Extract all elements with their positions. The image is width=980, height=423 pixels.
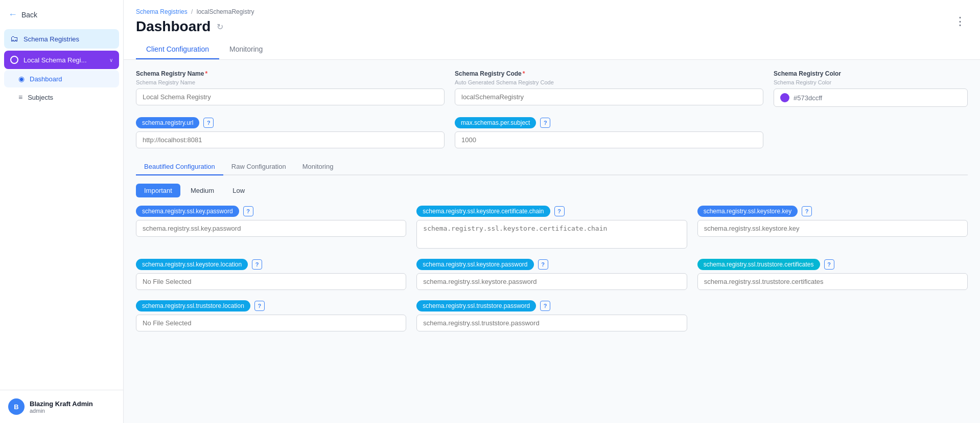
ssl-truststore-certs-header: schema.registry.ssl.truststore.certifica… [697,259,968,270]
schema-registries-label: Schema Registries [24,35,79,43]
sidebar: ← Back 🗂 Schema Registries Local Schema … [0,0,124,423]
kebab-menu-icon[interactable]: ⋮ [952,13,968,30]
max-schemas-input[interactable] [455,131,763,148]
ssl-truststore-location-input[interactable] [136,315,406,331]
priority-tabs: Important Medium Low [136,184,968,197]
registry-code-group: Schema Registry Code* Auto Generated Sch… [455,70,763,107]
page-title-row: Dashboard ↻ [136,18,254,35]
user-info: Blazing Kraft Admin admin [30,400,93,414]
breadcrumb-current: localSchemaRegistry [197,8,254,15]
back-label: Back [21,11,37,19]
header-left: Schema Registries / localSchemaRegistry … [136,8,254,35]
breadcrumb-schema-registries[interactable]: Schema Registries [136,8,188,15]
registry-name-group: Schema Registry Name* Schema Registry Na… [136,70,445,107]
ssl-keystore-location-tag: schema.registry.ssl.keystore.location [136,259,248,270]
schema-url-group: schema.registry.url ? [136,117,445,148]
max-schemas-help-icon[interactable]: ? [540,118,550,128]
ssl-truststore-password-header: schema.registry.ssl.truststore.password … [416,300,687,311]
registry-name-input[interactable] [136,88,445,105]
main-content: Schema Registries / localSchemaRegistry … [124,0,980,423]
ssl-truststore-certs-help[interactable]: ? [824,259,834,270]
header-row: Schema Registries / localSchemaRegistry … [136,8,968,35]
registry-color-sublabel: Schema Registry Color [774,79,968,85]
refresh-icon[interactable]: ↻ [217,22,223,32]
registry-name-label: Local Schema Regi... [24,56,104,64]
sidebar-item-schema-registries[interactable]: 🗂 Schema Registries [4,29,119,49]
schema-url-input[interactable] [136,131,445,148]
schema-url-tag-header: schema.registry.url ? [136,117,445,128]
ssl-keystore-key-help[interactable]: ? [802,206,812,216]
sidebar-item-dashboard[interactable]: ◉ Dashboard [4,70,119,87]
subjects-icon: ≡ [18,93,22,101]
ssl-truststore-password-tag: schema.registry.ssl.truststore.password [416,300,536,311]
registry-color-dot [10,56,18,64]
sub-tab-beautified[interactable]: Beautified Configuration [136,159,223,175]
tab-client-configuration[interactable]: Client Configuration [136,40,219,59]
priority-tab-medium[interactable]: Medium [182,184,222,197]
ssl-keystore-key-input[interactable] [697,220,968,237]
registry-code-sublabel: Auto Generated Schema Registry Code [455,79,763,85]
ssl-truststore-location-help[interactable]: ? [254,301,265,311]
ssl-keystore-key-tag: schema.registry.ssl.keystore.key [697,206,798,217]
back-button[interactable]: ← Back [0,0,123,29]
ssl-truststore-certs-tag: schema.registry.ssl.truststore.certifica… [697,259,820,270]
ssl-keystore-password-header: schema.registry.ssl.keystore.password ? [416,259,687,270]
max-schemas-tag-header: max.schemas.per.subject ? [455,117,763,128]
ssl-keystore-location-help[interactable]: ? [252,259,262,270]
registry-code-input[interactable] [455,88,763,105]
max-schemas-tag: max.schemas.per.subject [455,117,536,128]
sub-tab-monitoring[interactable]: Monitoring [294,159,342,175]
dashboard-label: Dashboard [30,75,62,83]
sub-tab-raw[interactable]: Raw Configuration [223,159,294,175]
ssl-keystore-key-header: schema.registry.ssl.keystore.key ? [697,206,968,217]
registry-name-sublabel: Schema Registry Name [136,79,445,85]
ssl-keystore-password-tag: schema.registry.ssl.keystore.password [416,259,533,270]
color-dot [780,93,789,102]
ssl-key-password-input[interactable] [136,220,406,237]
ssl-truststore-certs-input[interactable] [697,273,968,290]
schema-url-tag: schema.registry.url [136,117,199,128]
ssl-keystore-cert-chain-tag: schema.registry.ssl.keystore.certificate… [416,206,550,217]
form-row-top: Schema Registry Name* Schema Registry Na… [136,70,968,107]
dashboard-icon: ◉ [18,75,25,83]
ssl-keystore-cert-chain-help[interactable]: ? [554,206,565,216]
avatar: B [8,398,25,415]
registry-name-label: Schema Registry Name* [136,70,445,77]
priority-tab-low[interactable]: Low [224,184,253,197]
config-field-ssl-keystore-location: schema.registry.ssl.keystore.location ? [136,259,406,290]
ssl-keystore-password-help[interactable]: ? [538,259,548,270]
folder-icon: 🗂 [10,34,18,43]
ssl-keystore-location-input[interactable] [136,273,406,290]
user-role: admin [30,408,93,414]
user-name: Blazing Kraft Admin [30,400,93,408]
config-field-ssl-truststore-password: schema.registry.ssl.truststore.password … [416,300,687,331]
priority-tab-important[interactable]: Important [136,184,180,197]
ssl-key-password-header: schema.registry.ssl.key.password ? [136,206,406,217]
chevron-down-icon: ∨ [109,57,113,63]
sidebar-local-registry[interactable]: Local Schema Regi... ∨ [4,51,119,69]
color-value: #573dccff [794,94,822,102]
config-field-ssl-keystore-cert-chain: schema.registry.ssl.keystore.certificate… [416,206,687,249]
ssl-keystore-location-header: schema.registry.ssl.keystore.location ? [136,259,406,270]
main-tabs: Client Configuration Monitoring [136,40,968,59]
config-field-ssl-key-password: schema.registry.ssl.key.password ? [136,206,406,249]
content-area: Schema Registry Name* Schema Registry Na… [124,60,980,423]
main-header: Schema Registries / localSchemaRegistry … [124,0,980,60]
ssl-truststore-password-help[interactable]: ? [540,301,550,311]
config-field-ssl-truststore-location: schema.registry.ssl.truststore.location … [136,300,406,331]
ssl-keystore-password-input[interactable] [416,273,687,290]
config-fields-grid: schema.registry.ssl.key.password ? schem… [136,206,968,331]
ssl-truststore-location-tag: schema.registry.ssl.truststore.location [136,300,250,311]
schema-url-help-icon[interactable]: ? [203,118,214,128]
sidebar-footer: B Blazing Kraft Admin admin [0,390,123,423]
sidebar-item-subjects[interactable]: ≡ Subjects [4,88,119,106]
ssl-keystore-cert-chain-header: schema.registry.ssl.keystore.certificate… [416,206,687,217]
registry-color-label: Schema Registry Color [774,70,968,77]
config-field-ssl-keystore-key: schema.registry.ssl.keystore.key ? [697,206,968,249]
ssl-truststore-password-input[interactable] [416,315,687,331]
ssl-keystore-cert-chain-input[interactable] [416,220,687,249]
ssl-key-password-help[interactable]: ? [243,206,253,216]
spacer-group [774,117,968,148]
tab-monitoring[interactable]: Monitoring [219,40,273,59]
color-input-row[interactable]: #573dccff [774,88,968,107]
